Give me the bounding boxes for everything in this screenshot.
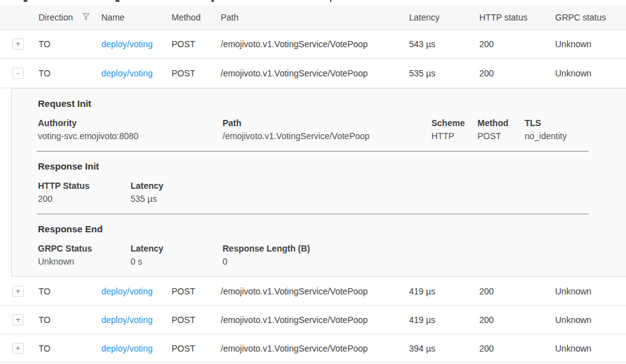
- http-status-cell: 200: [479, 315, 555, 325]
- field-label-http-status: HTTP Status: [38, 180, 131, 193]
- field-value-path: /emojivoto.v1.VotingService/VotePoop: [223, 130, 431, 143]
- field-label-tls: TLS: [525, 117, 589, 130]
- latency-cell: 394 µs: [409, 344, 479, 353]
- path-cell: /emojivoto.v1.VotingService/VotePoop: [221, 286, 409, 296]
- expand-row-button[interactable]: +: [12, 286, 24, 297]
- filter-funnel-icon[interactable]: [81, 12, 91, 23]
- column-header-name: Name: [101, 12, 172, 22]
- field-label-scheme: Scheme: [431, 117, 477, 130]
- toolbar-remnant: [24, 0, 27, 2]
- method-cell: POST: [172, 68, 221, 78]
- method-cell: POST: [172, 315, 221, 325]
- direction-cell: TO: [39, 68, 101, 78]
- field-label-latency: Latency: [131, 180, 589, 193]
- http-status-cell: 200: [479, 68, 555, 78]
- grpc-status-cell: Unknown: [555, 39, 626, 49]
- toolbar-remnant: [211, 0, 214, 2]
- section-title: Response End: [38, 224, 589, 235]
- field-label-method: Method: [477, 117, 525, 130]
- direction-cell: TO: [39, 286, 101, 296]
- field-value-tls: no_identity: [525, 130, 589, 143]
- field-value-authority: voting-svc.emojivoto:8080: [38, 130, 223, 143]
- column-header-http-status: HTTP status: [479, 12, 555, 22]
- resource-link[interactable]: deploy/voting: [101, 315, 153, 325]
- path-cell: /emojivoto.v1.VotingService/VotePoop: [221, 315, 409, 325]
- latency-cell: 419 µs: [409, 286, 479, 296]
- grpc-status-cell: Unknown: [555, 315, 626, 325]
- field-label-path: Path: [223, 117, 431, 130]
- grpc-status-cell: Unknown: [555, 344, 626, 353]
- table-header-row: Direction Name Method Path Latency HTTP …: [0, 5, 626, 30]
- method-cell: POST: [172, 39, 221, 49]
- column-header-path: Path: [221, 12, 409, 22]
- field-label-response-length: Response Length (B): [223, 242, 589, 255]
- method-cell: POST: [172, 286, 221, 296]
- field-value-latency: 0 s: [131, 255, 223, 268]
- toolbar-remnant: [116, 0, 119, 2]
- latency-cell: 419 µs: [409, 315, 479, 325]
- resource-link[interactable]: deploy/voting: [101, 68, 153, 78]
- expand-row-button[interactable]: +: [12, 314, 24, 325]
- section-title: Response Init: [38, 161, 589, 172]
- cropped-toolbar-strip: [0, 0, 626, 5]
- request-detail-panel: Request Init Authority Path Scheme Metho…: [11, 88, 626, 277]
- direction-cell: TO: [39, 315, 101, 325]
- column-header-method: Method: [172, 12, 221, 22]
- latency-cell: 535 µs: [409, 68, 479, 78]
- grpc-status-cell: Unknown: [555, 286, 626, 296]
- section-title: Request Init: [38, 98, 589, 109]
- table-row: + TO deploy/voting POST /emojivoto.v1.Vo…: [0, 277, 626, 306]
- path-cell: /emojivoto.v1.VotingService/VotePoop: [221, 39, 409, 49]
- field-value-http-status: 200: [38, 193, 131, 206]
- resource-link[interactable]: deploy/voting: [101, 286, 153, 296]
- table-row: + TO deploy/voting POST /emojivoto.v1.Vo…: [0, 334, 626, 363]
- http-status-cell: 200: [479, 39, 555, 49]
- request-init-section: Request Init Authority Path Scheme Metho…: [12, 89, 626, 151]
- column-header-direction: Direction: [39, 12, 73, 22]
- field-value-method: POST: [477, 130, 525, 143]
- resource-link[interactable]: deploy/voting: [101, 344, 153, 353]
- expand-row-button[interactable]: +: [12, 39, 24, 50]
- field-value-scheme: HTTP: [431, 130, 477, 143]
- response-end-section: Response End GRPC Status Latency Respons…: [12, 214, 626, 276]
- http-status-cell: 200: [479, 344, 555, 353]
- method-cell: POST: [172, 344, 221, 353]
- field-label-authority: Authority: [38, 117, 223, 130]
- direction-cell: TO: [39, 344, 101, 353]
- field-label-grpc-status: GRPC Status: [38, 242, 131, 255]
- toolbar-remnant: [330, 0, 331, 2]
- grpc-status-cell: Unknown: [555, 68, 626, 78]
- field-value-grpc-status: Unknown: [38, 255, 131, 268]
- field-value-latency: 535 µs: [131, 193, 589, 206]
- field-value-response-length: 0: [223, 255, 589, 268]
- column-header-grpc-status: GRPC status: [555, 12, 626, 22]
- collapse-row-button[interactable]: -: [12, 68, 24, 79]
- table-row: + TO deploy/voting POST /emojivoto.v1.Vo…: [0, 306, 626, 334]
- http-status-cell: 200: [479, 286, 555, 296]
- field-label-latency: Latency: [131, 242, 223, 255]
- response-init-section: Response Init HTTP Status Latency 200 53…: [12, 152, 626, 214]
- direction-cell: TO: [39, 39, 101, 49]
- table-row: + TO deploy/voting POST /emojivoto.v1.Vo…: [0, 30, 626, 59]
- path-cell: /emojivoto.v1.VotingService/VotePoop: [221, 344, 409, 353]
- expand-row-button[interactable]: +: [12, 343, 24, 354]
- path-cell: /emojivoto.v1.VotingService/VotePoop: [221, 68, 409, 78]
- column-header-latency: Latency: [409, 12, 479, 22]
- latency-cell: 543 µs: [409, 39, 479, 49]
- resource-link[interactable]: deploy/voting: [101, 39, 153, 49]
- table-row-expanded: - TO deploy/voting POST /emojivoto.v1.Vo…: [0, 59, 626, 88]
- tap-table-screen: Direction Name Method Path Latency HTTP …: [0, 0, 626, 364]
